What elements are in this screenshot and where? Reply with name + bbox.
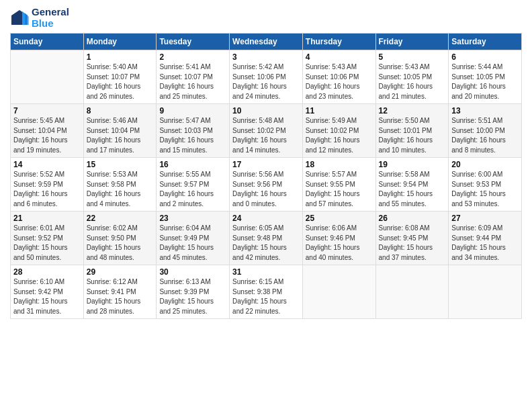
day-info: Sunrise: 6:00 AM Sunset: 9:53 PM Dayligh…	[451, 170, 519, 209]
day-number: 21	[13, 214, 81, 223]
header-row: SundayMondayTuesdayWednesdayThursdayFrid…	[11, 34, 522, 50]
calendar-cell: 16Sunrise: 5:55 AM Sunset: 9:57 PM Dayli…	[157, 158, 230, 212]
day-info: Sunrise: 5:48 AM Sunset: 10:02 PM Daylig…	[232, 116, 300, 155]
day-number: 31	[232, 267, 300, 277]
calendar-cell: 24Sunrise: 6:05 AM Sunset: 9:48 PM Dayli…	[230, 212, 303, 265]
day-info: Sunrise: 5:53 AM Sunset: 9:58 PM Dayligh…	[87, 170, 154, 209]
day-info: Sunrise: 5:49 AM Sunset: 10:02 PM Daylig…	[306, 116, 373, 155]
day-info: Sunrise: 6:10 AM Sunset: 9:42 PM Dayligh…	[13, 277, 81, 316]
calendar-cell	[302, 265, 375, 319]
day-info: Sunrise: 5:43 AM Sunset: 10:05 PM Daylig…	[379, 62, 446, 101]
day-number: 28	[13, 267, 81, 277]
day-number: 5	[379, 52, 446, 62]
calendar-cell	[11, 50, 84, 104]
day-number: 6	[451, 52, 519, 62]
day-info: Sunrise: 6:05 AM Sunset: 9:48 PM Dayligh…	[232, 224, 300, 263]
day-number: 22	[87, 214, 154, 223]
day-info: Sunrise: 6:04 AM Sunset: 9:49 PM Dayligh…	[159, 224, 226, 263]
calendar-cell: 11Sunrise: 5:49 AM Sunset: 10:02 PM Dayl…	[302, 104, 375, 158]
logo-text: General Blue	[32, 7, 69, 29]
day-number: 23	[159, 214, 226, 223]
day-info: Sunrise: 5:46 AM Sunset: 10:04 PM Daylig…	[87, 116, 154, 155]
calendar-cell	[449, 265, 522, 319]
day-info: Sunrise: 5:40 AM Sunset: 10:07 PM Daylig…	[87, 62, 154, 101]
day-number: 19	[379, 160, 446, 169]
day-number: 2	[159, 52, 226, 62]
day-number: 25	[306, 214, 373, 223]
svg-marker-2	[25, 13, 29, 25]
day-number: 3	[232, 52, 300, 62]
day-number: 29	[87, 267, 154, 277]
calendar-cell: 14Sunrise: 5:52 AM Sunset: 9:59 PM Dayli…	[11, 158, 84, 212]
calendar-cell: 25Sunrise: 6:06 AM Sunset: 9:46 PM Dayli…	[302, 212, 375, 265]
calendar-cell: 30Sunrise: 6:13 AM Sunset: 9:39 PM Dayli…	[157, 265, 230, 319]
day-info: Sunrise: 5:42 AM Sunset: 10:06 PM Daylig…	[232, 62, 300, 101]
day-number: 30	[159, 267, 226, 277]
calendar-cell: 2Sunrise: 5:41 AM Sunset: 10:07 PM Dayli…	[157, 50, 230, 104]
calendar-cell: 29Sunrise: 6:12 AM Sunset: 9:41 PM Dayli…	[83, 265, 157, 319]
day-number: 10	[232, 106, 300, 116]
day-info: Sunrise: 6:15 AM Sunset: 9:38 PM Dayligh…	[232, 277, 300, 316]
day-number: 13	[451, 106, 519, 116]
calendar-cell: 4Sunrise: 5:43 AM Sunset: 10:06 PM Dayli…	[302, 50, 375, 104]
day-info: Sunrise: 5:56 AM Sunset: 9:56 PM Dayligh…	[232, 170, 300, 209]
column-header-thursday: Thursday	[302, 34, 375, 50]
calendar-cell: 3Sunrise: 5:42 AM Sunset: 10:06 PM Dayli…	[230, 50, 303, 104]
day-info: Sunrise: 5:51 AM Sunset: 10:00 PM Daylig…	[451, 116, 519, 155]
day-info: Sunrise: 5:41 AM Sunset: 10:07 PM Daylig…	[159, 62, 226, 101]
logo-icon	[10, 9, 29, 28]
week-row: 28Sunrise: 6:10 AM Sunset: 9:42 PM Dayli…	[11, 265, 522, 319]
day-number: 9	[159, 106, 226, 116]
calendar-cell: 13Sunrise: 5:51 AM Sunset: 10:00 PM Dayl…	[449, 104, 522, 158]
day-number: 20	[451, 160, 519, 169]
day-info: Sunrise: 6:06 AM Sunset: 9:46 PM Dayligh…	[306, 224, 373, 263]
calendar-cell: 26Sunrise: 6:08 AM Sunset: 9:45 PM Dayli…	[375, 212, 449, 265]
calendar-cell: 17Sunrise: 5:56 AM Sunset: 9:56 PM Dayli…	[230, 158, 303, 212]
calendar-cell: 19Sunrise: 5:58 AM Sunset: 9:54 PM Dayli…	[375, 158, 449, 212]
day-info: Sunrise: 5:45 AM Sunset: 10:04 PM Daylig…	[13, 116, 81, 155]
day-info: Sunrise: 5:55 AM Sunset: 9:57 PM Dayligh…	[159, 170, 226, 209]
calendar-cell: 5Sunrise: 5:43 AM Sunset: 10:05 PM Dayli…	[375, 50, 449, 104]
week-row: 21Sunrise: 6:01 AM Sunset: 9:52 PM Dayli…	[11, 212, 522, 265]
week-row: 1Sunrise: 5:40 AM Sunset: 10:07 PM Dayli…	[11, 50, 522, 104]
day-info: Sunrise: 6:12 AM Sunset: 9:41 PM Dayligh…	[87, 277, 154, 316]
calendar-cell	[375, 265, 449, 319]
day-number: 8	[87, 106, 154, 116]
day-number: 17	[232, 160, 300, 169]
day-info: Sunrise: 5:47 AM Sunset: 10:03 PM Daylig…	[159, 116, 226, 155]
column-header-friday: Friday	[375, 34, 449, 50]
week-row: 14Sunrise: 5:52 AM Sunset: 9:59 PM Dayli…	[11, 158, 522, 212]
week-row: 7Sunrise: 5:45 AM Sunset: 10:04 PM Dayli…	[11, 104, 522, 158]
day-info: Sunrise: 6:09 AM Sunset: 9:44 PM Dayligh…	[451, 224, 519, 263]
page: General Blue SundayMondayTuesdayWednesda…	[0, 0, 532, 411]
day-number: 16	[159, 160, 226, 169]
logo: General Blue	[10, 7, 69, 29]
column-header-saturday: Saturday	[449, 34, 522, 50]
day-info: Sunrise: 5:50 AM Sunset: 10:01 PM Daylig…	[379, 116, 446, 155]
calendar-cell: 20Sunrise: 6:00 AM Sunset: 9:53 PM Dayli…	[449, 158, 522, 212]
calendar-cell: 6Sunrise: 5:44 AM Sunset: 10:05 PM Dayli…	[449, 50, 522, 104]
column-header-wednesday: Wednesday	[230, 34, 303, 50]
calendar-cell: 10Sunrise: 5:48 AM Sunset: 10:02 PM Dayl…	[230, 104, 303, 158]
day-info: Sunrise: 5:52 AM Sunset: 9:59 PM Dayligh…	[13, 170, 81, 209]
calendar-cell: 12Sunrise: 5:50 AM Sunset: 10:01 PM Dayl…	[375, 104, 449, 158]
day-number: 26	[379, 214, 446, 223]
calendar-cell: 31Sunrise: 6:15 AM Sunset: 9:38 PM Dayli…	[230, 265, 303, 319]
calendar-cell: 28Sunrise: 6:10 AM Sunset: 9:42 PM Dayli…	[11, 265, 84, 319]
calendar-cell: 21Sunrise: 6:01 AM Sunset: 9:52 PM Dayli…	[11, 212, 84, 265]
day-number: 14	[13, 160, 81, 169]
calendar-cell: 18Sunrise: 5:57 AM Sunset: 9:55 PM Dayli…	[302, 158, 375, 212]
day-info: Sunrise: 6:01 AM Sunset: 9:52 PM Dayligh…	[13, 224, 81, 263]
header: General Blue	[10, 7, 522, 29]
day-number: 4	[306, 52, 373, 62]
calendar-cell: 8Sunrise: 5:46 AM Sunset: 10:04 PM Dayli…	[83, 104, 157, 158]
day-number: 12	[379, 106, 446, 116]
day-number: 11	[306, 106, 373, 116]
calendar-cell: 9Sunrise: 5:47 AM Sunset: 10:03 PM Dayli…	[157, 104, 230, 158]
calendar-cell: 1Sunrise: 5:40 AM Sunset: 10:07 PM Dayli…	[83, 50, 157, 104]
day-info: Sunrise: 5:43 AM Sunset: 10:06 PM Daylig…	[306, 62, 373, 101]
day-number: 7	[13, 106, 81, 116]
column-header-monday: Monday	[83, 34, 157, 50]
day-info: Sunrise: 5:58 AM Sunset: 9:54 PM Dayligh…	[379, 170, 446, 209]
calendar-cell: 15Sunrise: 5:53 AM Sunset: 9:58 PM Dayli…	[83, 158, 157, 212]
